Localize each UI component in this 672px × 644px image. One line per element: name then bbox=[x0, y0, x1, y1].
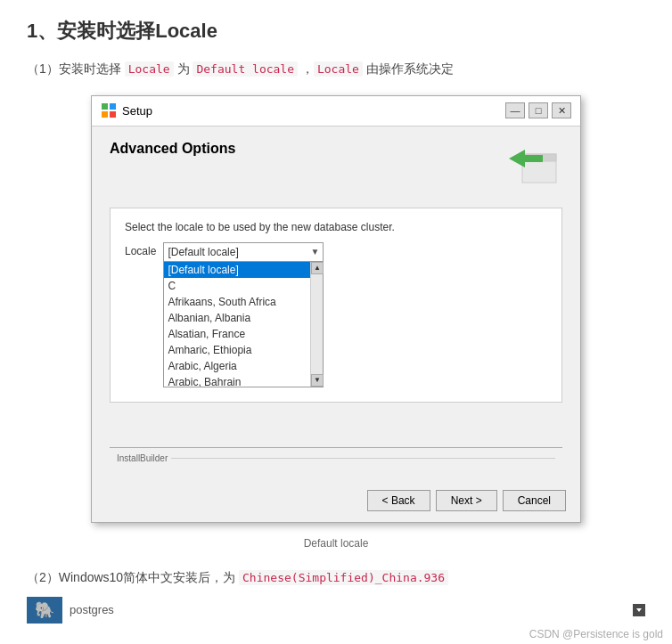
locale-row: Locale [Default locale] ▼ bbox=[125, 242, 547, 387]
locale-combobox[interactable]: [Default locale] ▼ bbox=[163, 242, 324, 262]
svg-rect-2 bbox=[102, 111, 108, 118]
installbuilder-line bbox=[171, 458, 555, 459]
locale-label: Locale bbox=[125, 242, 156, 257]
cancel-button[interactable]: Cancel bbox=[503, 490, 566, 511]
list-item[interactable]: Alsatian, France bbox=[164, 326, 310, 342]
list-item[interactable]: Arabic, Algeria bbox=[164, 358, 310, 374]
list-item[interactable]: Amharic, Ethiopia bbox=[164, 342, 310, 358]
page-content: 1、安装时选择Locale （1）安装时选择 Locale 为 Default … bbox=[0, 0, 672, 641]
svg-rect-3 bbox=[110, 111, 116, 118]
dialog-title: Setup bbox=[122, 104, 505, 118]
dialog-wrapper: Setup — □ ✕ Advanced Options bbox=[27, 95, 645, 523]
installbuilder-label: InstallBuilder bbox=[117, 453, 168, 463]
section-desc-1: （1）安装时选择 Locale 为 Default locale ，Locale… bbox=[27, 59, 645, 79]
elephant-icon: 🐘 bbox=[35, 600, 54, 620]
chinese-locale-code: Chinese(Simplified)_China.936 bbox=[239, 570, 448, 585]
setup-dialog: Setup — □ ✕ Advanced Options bbox=[91, 95, 581, 523]
svg-marker-7 bbox=[636, 608, 642, 612]
list-item[interactable]: Arabic, Bahrain bbox=[164, 374, 310, 387]
maximize-button[interactable]: □ bbox=[529, 102, 548, 118]
close-button[interactable]: ✕ bbox=[552, 102, 571, 118]
setup-icon bbox=[101, 102, 117, 118]
locale-dropdown: [Default locale] C Afrikaans, South Afri… bbox=[163, 262, 324, 387]
section-desc-2: （2）Windows10简体中文安装后，为 Chinese(Simplified… bbox=[27, 567, 645, 588]
dropdown-scrollbar[interactable]: ▲ ▼ bbox=[310, 262, 323, 387]
svg-rect-1 bbox=[110, 103, 116, 110]
caption-text: Default locale bbox=[27, 537, 645, 550]
locale-list: [Default locale] C Afrikaans, South Afri… bbox=[164, 262, 323, 387]
dialog-titlebar: Setup — □ ✕ bbox=[92, 96, 580, 126]
locale-dropdown-container: [Default locale] C Afrikaans, South Afri… bbox=[163, 262, 324, 387]
locale-section: Select the locale to be used by the new … bbox=[110, 208, 562, 403]
postgres-label: postgres bbox=[70, 603, 114, 616]
locale-code-1: Locale bbox=[125, 61, 174, 77]
box-arrow-icon bbox=[509, 141, 562, 190]
locale-code-2: Locale bbox=[314, 61, 363, 77]
locale-control: [Default locale] ▼ [Default locale] C bbox=[163, 242, 324, 387]
next-button[interactable]: Next > bbox=[436, 490, 497, 511]
installbuilder-bar: InstallBuilder bbox=[110, 447, 562, 469]
postgres-icon-box: 🐘 bbox=[27, 597, 62, 624]
minimize-button[interactable]: — bbox=[505, 102, 525, 118]
locale-dropdown-arrow: ▼ bbox=[310, 247, 319, 257]
dialog-body: Advanced Options Select the locale to be… bbox=[92, 126, 580, 483]
postgres-preview: 🐘 postgres bbox=[27, 597, 645, 624]
titlebar-buttons: — □ ✕ bbox=[505, 102, 571, 118]
spacer bbox=[110, 420, 562, 447]
advanced-options-header: Advanced Options bbox=[110, 141, 562, 190]
locale-list-inner: [Default locale] C Afrikaans, South Afri… bbox=[164, 262, 323, 387]
back-button[interactable]: < Back bbox=[367, 490, 430, 511]
scroll-down-button[interactable]: ▼ bbox=[311, 374, 324, 387]
advanced-options-title: Advanced Options bbox=[110, 141, 235, 157]
scroll-up-button[interactable]: ▲ bbox=[311, 262, 324, 274]
list-item[interactable]: Afrikaans, South Africa bbox=[164, 294, 310, 310]
expand-arrow[interactable] bbox=[633, 604, 645, 616]
watermark: CSDN @Persistence is gold bbox=[520, 624, 672, 644]
svg-rect-0 bbox=[102, 103, 108, 110]
section-title: 1、安装时选择Locale bbox=[27, 18, 645, 45]
default-locale-code: Default locale bbox=[193, 61, 298, 77]
locale-selected-value: [Default locale] bbox=[168, 246, 238, 258]
scroll-track bbox=[311, 274, 323, 374]
locale-description: Select the locale to be used by the new … bbox=[125, 221, 547, 233]
list-item[interactable]: [Default locale] bbox=[164, 262, 310, 278]
list-item[interactable]: Albanian, Albania bbox=[164, 310, 310, 326]
expand-icon bbox=[633, 604, 645, 616]
list-item[interactable]: C bbox=[164, 278, 310, 294]
dialog-footer: < Back Next > Cancel bbox=[92, 483, 580, 522]
